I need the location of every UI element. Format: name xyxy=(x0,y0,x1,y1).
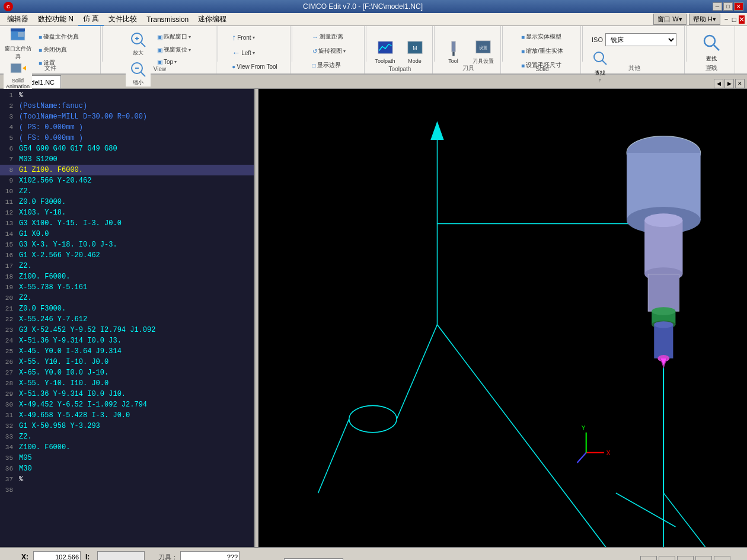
other-group-label: 其他 xyxy=(628,64,640,72)
line-content-22: X-55.246 Y-7.612 xyxy=(17,314,254,325)
line-content-21: Z0.0 F3000. xyxy=(17,303,254,314)
viewport-3d[interactable]: X Y xyxy=(258,89,747,547)
step-fwd-button[interactable]: ▶▶ xyxy=(695,556,712,560)
window-file-sim-icon xyxy=(9,27,26,44)
zoom-in-button[interactable]: 放大 xyxy=(126,28,151,59)
fit-window-button[interactable]: ▣ 匹配窗口 ▾ xyxy=(154,31,194,43)
help-menu[interactable]: 帮助 H▾ xyxy=(689,14,720,25)
view-reset-label: 视窗复位 xyxy=(164,46,187,54)
line-number-16: 16 xyxy=(0,250,17,261)
rotate-view-button[interactable]: ↺ 旋转视图 ▾ xyxy=(309,45,349,57)
toolpath-label: Toolpath xyxy=(375,58,395,64)
solid-animation-button[interactable]: Solid Animation xyxy=(4,60,32,89)
svg-rect-38 xyxy=(644,220,682,274)
step-back-button[interactable]: ◀ xyxy=(659,556,675,560)
code-line-7: 7M03 S1200 xyxy=(0,154,254,165)
line-number-19: 19 xyxy=(0,282,17,293)
code-line-13: 13G3 X100. Y-15. I-3. J0.0 xyxy=(0,218,254,229)
show-boundary-label: 显示边界 xyxy=(317,61,341,69)
play-button[interactable]: ▶ xyxy=(677,556,694,560)
tab-next-button[interactable]: ▶ xyxy=(724,79,734,88)
window-file-sim-button[interactable]: 窗口文件仿真 xyxy=(4,28,32,59)
line-content-9: X102.566 Y-20.462 xyxy=(17,175,254,186)
pause-button[interactable]: ‖ xyxy=(714,556,730,560)
show-solid-button[interactable]: ■ 显示实体模型 xyxy=(518,31,566,43)
i-label: I: xyxy=(85,553,95,560)
regen-solid-button[interactable]: ■ 缩放/重生实体 xyxy=(518,45,566,57)
toolpath-svg: X Y xyxy=(258,89,747,547)
code-line-1: 1% xyxy=(0,90,254,101)
machine-type-label: ISO xyxy=(592,36,603,43)
menu-transmission[interactable]: Transmission xyxy=(142,14,193,25)
line-content-2: (PostName:fanuc) xyxy=(17,101,254,111)
menu-mini[interactable]: 迷你编程 xyxy=(193,13,231,25)
app-close[interactable]: ✕ xyxy=(739,15,745,24)
tab-prev-button[interactable]: ◀ xyxy=(714,79,723,88)
close-button[interactable]: ✕ xyxy=(734,2,743,11)
view-from-tool-button[interactable]: ● View From Tool xyxy=(229,62,280,72)
svg-line-11 xyxy=(141,72,145,76)
zoom-in-label: 放大 xyxy=(133,49,143,57)
tab-close-button[interactable]: ✕ xyxy=(735,79,745,88)
zoom-out-button[interactable]: 缩小 xyxy=(126,60,151,87)
line-number-33: 33 xyxy=(0,431,17,442)
menu-simulate[interactable]: 仿 真 xyxy=(78,12,104,26)
line-number-37: 37 xyxy=(0,474,17,485)
mode-label: Mode xyxy=(408,58,422,64)
settings-button[interactable]: ■ 设置 xyxy=(36,57,82,69)
code-line-34: 34Z100. F6000. xyxy=(0,442,254,453)
svg-point-39 xyxy=(644,213,682,227)
line-content-5: ( FS: 0.000mm ) xyxy=(17,133,254,143)
svg-text:M: M xyxy=(413,45,417,51)
line-number-25: 25 xyxy=(0,346,17,357)
show-boundary-button[interactable]: □ 显示边界 xyxy=(309,59,349,71)
line-number-14: 14 xyxy=(0,229,17,239)
toolbar-sep-2 xyxy=(218,26,218,62)
machine-selector[interactable]: 铣床 车床 xyxy=(605,33,676,46)
code-line-10: 10Z2. xyxy=(0,186,254,197)
code-content[interactable]: 1%2(PostName:fanuc)3(ToolName=MILL D=30.… xyxy=(0,89,254,547)
left-view-button[interactable]: ← Left ▾ xyxy=(229,46,280,59)
measure-dist-button[interactable]: ↔ 测量距离 xyxy=(309,31,349,43)
disk-sim-button[interactable]: ■ 碰盘文件仿真 xyxy=(36,31,82,43)
svg-line-20 xyxy=(602,60,606,65)
i-input[interactable] xyxy=(97,551,145,560)
line-number-23: 23 xyxy=(0,325,17,335)
rotate-view-label: 旋转视图 xyxy=(318,47,342,55)
toolbar-sep-6 xyxy=(502,26,503,62)
toolbar-sep-4 xyxy=(366,26,366,62)
menu-editor[interactable]: 编辑器 xyxy=(2,13,33,25)
app-maximize[interactable]: □ xyxy=(732,15,736,24)
view-reset-button[interactable]: ▣ 视窗复位 ▾ xyxy=(154,44,194,56)
line-content-6: G54 G90 G40 G17 G49 G80 xyxy=(17,143,254,154)
line-number-32: 32 xyxy=(0,421,17,431)
tool-name-value: ??? xyxy=(180,551,240,560)
close-sim-button[interactable]: ■ 关闭仿真 xyxy=(36,44,82,56)
menu-compare[interactable]: 文件比较 xyxy=(104,13,142,25)
line-content-10: Z2. xyxy=(17,186,254,197)
minimize-button[interactable]: ─ xyxy=(713,2,722,11)
code-line-4: 4( PS: 0.000mm ) xyxy=(0,122,254,133)
x-input[interactable] xyxy=(33,551,81,560)
line-number-8: 8 xyxy=(0,165,17,175)
line-content-26: X-55. Y10. I-10. J0.0 xyxy=(17,357,254,367)
front-view-button[interactable]: ↑ Front ▾ xyxy=(229,31,280,44)
line-content-23: G3 X-52.452 Y-9.52 I2.794 J1.092 xyxy=(17,325,254,335)
app-minimize[interactable]: － xyxy=(723,14,730,24)
maximize-button[interactable]: □ xyxy=(723,2,733,11)
rewind-button[interactable]: ◀◀ xyxy=(640,556,657,560)
line-content-15: G3 X-3. Y-18. I0.0 J-3. xyxy=(17,239,254,250)
window-title: CIMCO Edit v7.0 - [F:\NC\model1.NC] xyxy=(13,2,713,11)
line-content-18: Z100. F6000. xyxy=(17,271,254,282)
line-content-34: Z100. F6000. xyxy=(17,442,254,453)
menu-nc[interactable]: 数控功能 N xyxy=(33,13,78,25)
menu-right: 窗口 W▾ 帮助 H▾ － □ ✕ xyxy=(653,14,745,25)
code-pane: 1%2(PostName:fanuc)3(ToolName=MILL D=30.… xyxy=(0,89,255,547)
code-line-6: 6G54 G90 G40 G17 G49 G80 xyxy=(0,143,254,154)
window-menu[interactable]: 窗口 W▾ xyxy=(653,14,686,25)
toolbar-sep-8 xyxy=(686,26,687,62)
view-from-tool-label: View From Tool xyxy=(237,63,277,70)
svg-marker-4 xyxy=(23,66,26,71)
line-content-19: X-55.738 Y-5.161 xyxy=(17,282,254,293)
line-number-30: 30 xyxy=(0,399,17,410)
